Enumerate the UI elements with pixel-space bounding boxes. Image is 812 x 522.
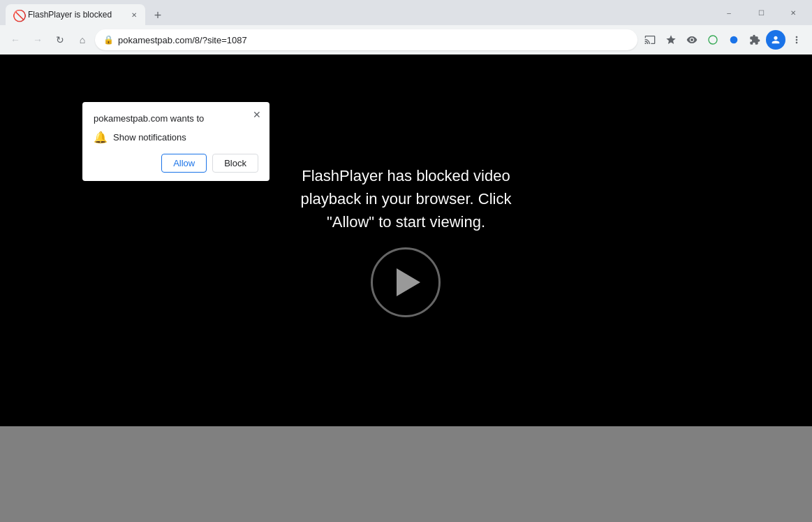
play-button[interactable] xyxy=(371,247,441,317)
window-controls: – ☐ ✕ xyxy=(713,0,812,25)
back-button[interactable]: ← xyxy=(6,30,25,50)
menu-button[interactable] xyxy=(787,30,806,50)
extension-1-button[interactable] xyxy=(703,30,723,50)
toolbar: ← → ↻ ⌂ 🔒 pokamestpab.com/8/?site=1087 xyxy=(0,25,812,55)
extension-2-button[interactable] xyxy=(724,30,744,50)
svg-point-0 xyxy=(730,36,738,44)
profile-button[interactable] xyxy=(766,30,785,50)
address-bar[interactable]: 🔒 pokamestpab.com/8/?site=1087 xyxy=(95,29,637,50)
page-content: FlashPlayer has blocked video playback i… xyxy=(0,55,812,522)
popup-title: pokamestpab.com wants to xyxy=(94,113,258,124)
play-triangle-icon xyxy=(397,268,420,296)
notification-popup: ✕ pokamestpab.com wants to 🔔 Show notifi… xyxy=(82,102,270,181)
tab-bar: 🚫 FlashPlayer is blocked ✕ + xyxy=(0,0,713,25)
extensions-button[interactable] xyxy=(745,30,765,50)
maximize-button[interactable]: ☐ xyxy=(745,1,777,24)
home-button[interactable]: ⌂ xyxy=(73,30,92,50)
popup-close-button[interactable]: ✕ xyxy=(250,108,264,122)
grey-area xyxy=(0,426,812,522)
bell-icon: 🔔 xyxy=(94,131,108,144)
active-tab[interactable]: 🚫 FlashPlayer is blocked ✕ xyxy=(6,4,145,25)
popup-permission-row: 🔔 Show notifications xyxy=(94,131,258,144)
star-icon-button[interactable] xyxy=(661,30,681,50)
tab-title: FlashPlayer is blocked xyxy=(28,10,126,20)
tab-favicon: 🚫 xyxy=(13,9,24,20)
cast-icon-button[interactable] xyxy=(640,30,660,50)
permission-text: Show notifications xyxy=(113,132,186,143)
reload-button[interactable]: ↻ xyxy=(50,30,70,50)
video-blocked-message: FlashPlayer has blocked video playback i… xyxy=(300,164,511,317)
close-button[interactable]: ✕ xyxy=(777,1,809,24)
lock-icon: 🔒 xyxy=(103,35,114,45)
video-text: FlashPlayer has blocked video playback i… xyxy=(300,164,511,233)
toolbar-icons xyxy=(640,30,806,50)
title-bar: 🚫 FlashPlayer is blocked ✕ + – ☐ ✕ xyxy=(0,0,812,25)
popup-buttons: Allow Block xyxy=(94,154,258,173)
minimize-button[interactable]: – xyxy=(713,1,745,24)
chrome-window: 🚫 FlashPlayer is blocked ✕ + – ☐ ✕ ← → xyxy=(0,0,812,522)
allow-button[interactable]: Allow xyxy=(161,154,207,173)
new-tab-button[interactable]: + xyxy=(148,6,168,25)
tab-close-button[interactable]: ✕ xyxy=(128,9,140,20)
reading-list-button[interactable] xyxy=(682,30,702,50)
block-button[interactable]: Block xyxy=(212,154,258,173)
forward-button[interactable]: → xyxy=(28,30,47,50)
url-text: pokamestpab.com/8/?site=1087 xyxy=(118,35,629,45)
